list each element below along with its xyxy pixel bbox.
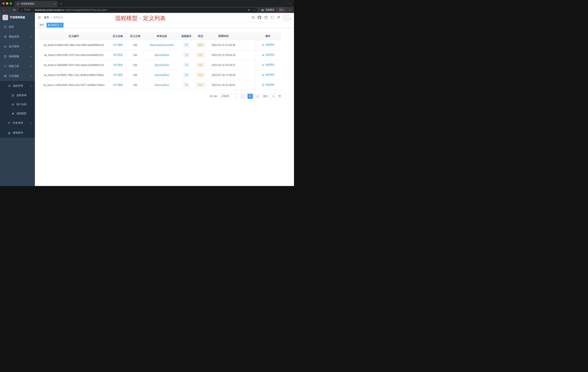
page-number-current[interactable]: 1	[247, 94, 253, 99]
sidebar-item-process-model[interactable]: 流程模型	[0, 109, 35, 118]
form-link[interactable]: /bpm/oa/flow	[155, 74, 169, 77]
prev-page-button[interactable]: ‹	[240, 94, 246, 99]
tag-home[interactable]: 首页	[38, 23, 45, 27]
status-badge: 挂起	[196, 53, 205, 57]
favicon-leaf-icon	[17, 2, 19, 5]
yen-icon: ¥	[4, 45, 7, 48]
user-avatar-menu[interactable]: ▾	[283, 14, 291, 21]
cell-definition-name: OA 请假	[109, 50, 126, 60]
tab-close-icon[interactable]: ×	[54, 3, 56, 5]
assign-rule-link[interactable]: 分配规则	[262, 53, 274, 56]
version-badge: v5	[183, 43, 189, 47]
cell-version: v2	[180, 70, 193, 80]
breadcrumb-home[interactable]: 首页	[44, 16, 49, 19]
sidebar-item-leave-query[interactable]: 请假查询	[0, 128, 35, 138]
navbar-actions: ? TT ▾	[252, 14, 291, 21]
assign-rule-link[interactable]: 分配规则	[262, 83, 274, 87]
user-icon	[262, 74, 264, 76]
header-definition-name: 定义名称	[109, 33, 126, 40]
definition-name-link[interactable]: OA 请假	[113, 43, 122, 46]
sidebar-item-user-group[interactable]: 用户分组	[0, 100, 35, 109]
sidebar-item-workflow[interactable]: 工作流程	[0, 71, 35, 81]
sidebar-logo[interactable]: 芋道管理系统	[0, 13, 35, 22]
page-size-select[interactable]: 10条/页 ▾	[220, 94, 237, 99]
chevron-down-icon	[30, 55, 32, 57]
cell-status: 挂起	[193, 50, 208, 60]
sidebar-item-payment[interactable]: ¥ 支付管理	[0, 42, 35, 52]
fullscreen-icon[interactable]	[271, 16, 274, 19]
security-label[interactable]: 不安全	[24, 8, 31, 11]
header-definition-id: 定义编号	[39, 33, 109, 40]
definition-name-link[interactable]: OA 请假	[113, 63, 122, 66]
sidebar-item-label: 流程模型	[16, 112, 32, 115]
password-key-icon[interactable]	[248, 9, 250, 11]
status-badge: 挂起	[196, 63, 205, 67]
sidebar: 芋道管理系统 首页 系统管理 ¥ 支付管理	[0, 13, 35, 186]
annotation-title: 流程模型 - 定义列表	[115, 15, 166, 22]
sidebar-item-home[interactable]: 首页	[0, 22, 35, 32]
cell-form-info: /bpm/oa/flow	[144, 60, 180, 70]
goto-page-input[interactable]	[270, 94, 277, 99]
tag-close-icon[interactable]: ×	[60, 24, 62, 26]
definition-name-link[interactable]: OA 请假	[113, 83, 122, 86]
definition-name-link[interactable]: OA 请假	[113, 53, 122, 56]
incognito-badge: 无痕模式	[259, 8, 276, 11]
form-link[interactable]: /bpm/oa/flow	[155, 64, 169, 66]
logo-avatar	[2, 15, 8, 20]
font-size-icon[interactable]: TT	[277, 16, 280, 19]
sidebar-item-task-management[interactable]: 任务管理	[0, 118, 35, 128]
version-badge: v3	[183, 63, 189, 67]
definition-name-link[interactable]: OA 请假	[113, 73, 122, 76]
bookmark-star-icon[interactable]: ☆	[253, 9, 255, 11]
github-icon[interactable]	[258, 16, 261, 19]
browser-toolbar: ← → ↻ ⚠ 不安全 dashboard.yudao.iocoder.cn/b…	[0, 7, 294, 13]
user-icon	[262, 54, 264, 56]
new-tab-button[interactable]: +	[60, 2, 62, 5]
minimize-window-button[interactable]	[6, 2, 8, 5]
sidebar-item-process-management[interactable]: 流程管理	[0, 81, 35, 91]
cell-actions: 分配规则	[255, 80, 281, 90]
address-bar[interactable]: ⚠ 不安全 dashboard.yudao.iocoder.cn/bpm/man…	[19, 8, 257, 12]
tag-process-definition[interactable]: 流程定义 ×	[47, 23, 63, 27]
cell-version: v3	[180, 60, 193, 70]
update-button[interactable]: 更新	[277, 8, 286, 12]
sidebar-item-process-form[interactable]: 流程表单	[0, 91, 35, 100]
cell-status: 挂起	[193, 70, 208, 80]
hamburger-icon[interactable]	[38, 16, 41, 19]
maximize-window-button[interactable]	[10, 2, 12, 5]
tab-search-chevron-icon[interactable]	[289, 2, 291, 4]
assign-rule-link[interactable]: 分配规则	[262, 43, 274, 46]
close-window-button[interactable]	[2, 2, 5, 5]
form-link[interactable]: /bpm/oa/leave/create	[150, 44, 174, 46]
next-page-button[interactable]: ›	[255, 94, 260, 99]
forward-button[interactable]: →	[7, 8, 12, 11]
cell-filler	[239, 80, 255, 90]
header-filler	[239, 33, 255, 40]
sidebar-item-system[interactable]: 系统管理	[0, 32, 35, 42]
assign-rule-link[interactable]: 分配规则	[262, 63, 274, 66]
sidebar-item-infrastructure[interactable]: 基础设施	[0, 52, 35, 61]
breadcrumb: 首页 / 流程定义	[44, 16, 63, 19]
form-link[interactable]: /bpm/oa/flow	[155, 84, 169, 87]
reload-button[interactable]: ↻	[12, 8, 17, 12]
cell-definition-name: OA 请假	[109, 80, 126, 90]
header-definition-category: 定义分类	[126, 33, 144, 40]
form-link[interactable]: /bpm/oa/flow	[155, 54, 169, 56]
browser-tab[interactable]: 芋道管理系统 ×	[15, 1, 58, 7]
table-row: oa_leave:1:482ec033-762a-11ec-8477-a2380…	[39, 80, 281, 90]
incognito-icon	[261, 9, 264, 11]
pagination: 共 5 条 10条/页 ▾ ‹ 1 › 前往 页	[39, 94, 281, 99]
assign-rule-link[interactable]: 分配规则	[262, 73, 274, 77]
status-badge: 挂起	[196, 83, 205, 87]
cell-category: OA	[126, 40, 144, 50]
browser-menu-icon[interactable]: ⋮	[286, 8, 292, 12]
search-icon[interactable]	[252, 16, 255, 19]
status-badge: 挂起	[196, 73, 205, 77]
cell-version: v5	[180, 40, 193, 50]
back-button[interactable]: ←	[2, 8, 7, 11]
help-question-icon[interactable]: ?	[264, 16, 268, 19]
sidebar-item-label: 支付管理	[9, 45, 28, 48]
cell-actions: 分配规则	[255, 50, 281, 60]
sidebar-item-devtools[interactable]: 研发工具	[0, 61, 35, 71]
cell-filler	[239, 50, 255, 60]
